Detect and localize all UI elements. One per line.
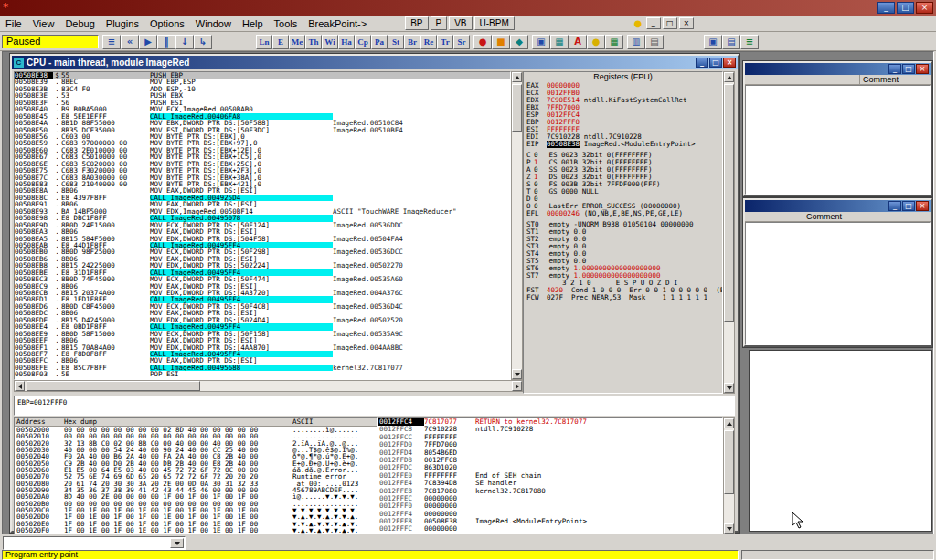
disasm-row[interactable]: 00508E8A.8B06MOV EAX,DWORD PTR DS:[ESI] [15,187,510,194]
comment-window-2[interactable]: _ □ × Comment [743,198,932,347]
menu-help[interactable]: Help [237,16,269,31]
menu-window[interactable]: Window [190,16,237,31]
minimize-button[interactable]: _ [878,2,895,14]
close-button[interactable]: × [916,64,929,74]
disasm-row[interactable]: 00508EEF.8B06MOV EAX,DWORD PTR DS:[ESI] [15,337,510,343]
disasm-row[interactable]: 00508E4A.8B1D 88F55000MOV EBX,DWORD PTR … [15,120,510,126]
maximize-button[interactable]: □ [897,2,914,14]
disasm-row[interactable]: 00508E83.C683 21040000 00MOV BYTE PTR DS… [15,181,510,187]
disasm-vertical-scrollbar[interactable] [511,71,523,380]
window-button-wi[interactable]: Wi [322,35,338,49]
window-button-st[interactable]: St [388,35,404,49]
disasm-row[interactable]: 00508E56.C603 00MOV BYTE PTR DS:[EBX],0 [15,133,510,140]
dump-row[interactable]: 00502060E1 E5 00 64 E5 03 40 00 45 72 72… [15,467,377,473]
disasm-row[interactable]: 00508E3F.56PUSH ESI [15,100,510,106]
patch-icon[interactable]: ■ [492,35,510,49]
mdi-minimize-button[interactable]: _ [646,17,661,29]
close-button[interactable]: × [916,201,929,211]
dump-row[interactable]: 0050207052 75 6E 74 69 6D 65 20 65 72 72… [15,473,377,480]
disasm-row[interactable]: 00508E59.C683 97000000 00MOV BYTE PTR DS… [15,140,510,146]
scroll-up-icon[interactable] [512,72,522,82]
scroll-left-icon[interactable] [15,381,25,391]
dump-header-ascii[interactable]: ASCII [292,418,377,426]
disasm-row[interactable]: 00508ED6.8B0D C8F45000MOV ECX,DWORD PTR … [15,303,510,310]
memory-map-icon[interactable]: ▦ [550,35,569,49]
register-line[interactable]: ST1 empty 0.0 [524,228,722,236]
options-icon[interactable]: ◆ [510,35,528,49]
disasm-row[interactable]: 00508E8C.E8 4397F8FFCALL ImageRed.004925… [15,195,510,201]
mdi-restore-button[interactable]: □ [663,17,677,29]
stack-row[interactable]: 0012FFEC00000000 [378,495,722,502]
register-line[interactable]: FST4020 Cond 1 0 0 0 Err 0 0 1 0 0 0 0 0… [524,287,722,294]
window-button-me[interactable]: Me [289,35,305,49]
disasm-row[interactable]: 00508EC9.8B06MOV EAX,DWORD PTR DS:[ESI] [15,283,510,290]
register-line[interactable]: O0 LastErr ERROR_SUCCESS (00000000) [524,203,722,210]
folder-icon[interactable]: ● [632,18,644,28]
register-line[interactable]: P1 CS 001B 32bit 0(FFFFFFFF) [524,159,722,166]
disasm-row[interactable]: 00508EBE.E8 31D1F8FFCALL ImageRed.00495F… [15,269,510,276]
cpu-window[interactable]: C CPU - main thread, module ImageRed _ □… [10,54,739,533]
window-button-th[interactable]: Th [305,35,322,49]
analyze-icon[interactable]: A [569,35,587,49]
menu-button-vb[interactable]: VB [449,16,472,30]
disasm-row[interactable]: 00508E40.B9 B0BA5000MOV ECX,ImageRed.005… [15,106,510,112]
disasm-row[interactable]: 00508EDE.8B15 D4245000MOV EDX,DWORD PTR … [15,317,510,323]
scroll-up-icon[interactable] [724,72,734,82]
disasm-row[interactable]: 00508EE4.E8 0BD1F8FFCALL ImageRed.00495F… [15,323,510,330]
step-over-icon[interactable]: ↳ [194,35,212,49]
disasm-row[interactable]: 00508E50.8B35 DCF35000MOV ESI,DWORD PTR … [15,127,510,133]
disasm-row[interactable]: 00508E91.8B06MOV EAX,DWORD PTR DS:[ESI] [15,201,510,207]
maximize-button[interactable]: □ [709,58,722,68]
menu-debug[interactable]: Debug [59,16,100,31]
dump-row[interactable]: 005020B000 00 00 00 00 00 00 00 00 00 00… [15,501,377,507]
dump-row[interactable]: 0050202032 13 8B C0 02 00 8B C0 00 40 00… [15,440,377,447]
dump-row[interactable]: 0050208020 61 74 20 30 30 3A 20 2E 00 0D… [15,481,377,487]
register-line[interactable]: EDI7C910228 ntdll.7C910228 [524,133,722,141]
window-body[interactable] [745,222,931,345]
dump-row[interactable]: 0050200000 00 00 00 00 00 00 00 02 8D 40… [15,427,377,433]
empty-window-pane[interactable] [749,350,932,532]
scroll-up-icon[interactable] [724,418,734,428]
register-line[interactable]: A0 SS 0023 32bit 0(FFFFFFFF) [524,166,722,174]
window-body[interactable] [745,85,931,195]
disasm-row[interactable]: 00508E98.E8 DBC1F8FFCALL ImageRed.004950… [15,215,510,221]
dump-pane[interactable]: Address Hex dump ASCII 0050200000 00 00 … [14,417,378,534]
disasm-row[interactable]: 00508E60.C683 2E010000 00MOV BYTE PTR DS… [15,147,510,153]
stack-row[interactable]: 0012FFDC863D1020 [378,464,722,471]
register-line[interactable]: ST0 empty -UNORM B938 01050104 00000000 [524,221,722,228]
menu-button-p[interactable]: P [431,16,448,30]
close-button[interactable]: × [723,58,736,68]
register-line[interactable]: ESIFFFFFFFF [524,126,722,133]
disasm-row[interactable]: 00508EF7.E8 F8D0F8FFCALL ImageRed.00495F… [15,351,510,357]
scrollbar-thumb[interactable] [27,381,200,391]
dump-row[interactable]: 00502050C9 2B 40 00 D0 2B 40 00 DB 2B 40… [15,460,377,467]
register-line[interactable]: T0 GS 0000 NULL [524,188,722,195]
disasm-row[interactable]: 00508EDC.8B06MOV EAX,DWORD PTR DS:[ESI] [15,310,510,316]
grid-icon[interactable]: ▦ [605,35,623,49]
window-button-tr[interactable]: Tr [437,35,453,49]
window-title-bar[interactable]: _ □ × [745,200,931,212]
menu-view[interactable]: View [27,16,60,31]
disasm-row[interactable]: 00508EF1.8B15 70A84A00MOV EDX,DWORD PTR … [15,344,510,351]
menu-button-ubpm[interactable]: U-BPM [474,16,515,30]
disasm-row[interactable]: 00508E67.C683 C5010000 00MOV BYTE PTR DS… [15,153,510,160]
register-line[interactable]: ST7 empty 1.0000000000000000000 [524,272,722,280]
scrollbar-thumb[interactable] [724,84,734,322]
disasm-row[interactable]: 00508E3B.83C4 F0ADD ESP,-10 [15,86,510,92]
register-line[interactable]: ECX0012FFB0 [524,90,722,97]
window-button-pa[interactable]: Pa [371,35,388,49]
window-button-br[interactable]: Br [404,35,420,49]
register-line[interactable]: EAX00000000 [524,82,722,90]
disasm-row[interactable]: 00508E38$55PUSH EBP [15,72,510,79]
stack-row[interactable]: 0012FFC87C910228ntdll.7C910228 [378,426,722,433]
scroll-down-icon[interactable] [724,383,734,393]
disasm-row[interactable]: 00508EA5.8B15 584F5000MOV EDX,DWORD PTR … [15,236,510,242]
stack-row[interactable]: 0012FFD80012FFC8 [378,457,722,464]
menu-plugins[interactable]: Plugins [101,16,144,31]
dump-row[interactable]: 0050209034 35 36 37 38 39 41 42 43 44 45… [15,487,377,493]
disasm-row[interactable]: 00508EB8.8B15 24225000MOV EDX,DWORD PTR … [15,262,510,269]
registers-vertical-scrollbar[interactable] [723,71,735,394]
cpu-title-bar[interactable]: C CPU - main thread, module ImageRed _ □… [12,56,738,69]
menu-tools[interactable]: Tools [269,16,303,31]
disasm-row[interactable]: 00508E3E.53PUSH EBX [15,92,510,99]
